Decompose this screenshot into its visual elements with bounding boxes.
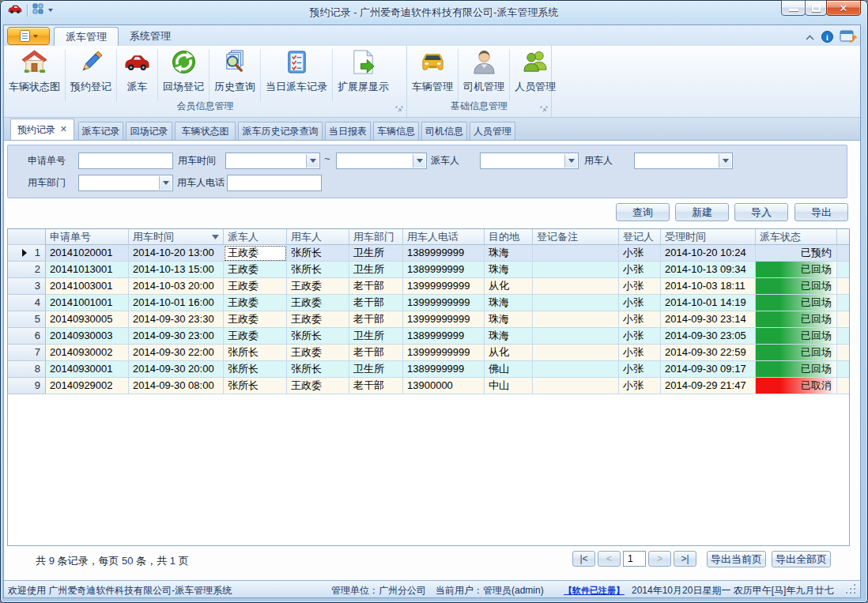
column-header-用车时间[interactable]: 用车时间 <box>129 229 224 245</box>
cell-用车部门[interactable]: 老干部 <box>349 295 403 311</box>
cell-受理时间[interactable]: 2014-10-20 10:24 <box>661 245 756 262</box>
collapse-ribbon-icon[interactable] <box>805 32 815 43</box>
cell-用车时间[interactable]: 2014-10-03 20:00 <box>129 278 224 295</box>
cell-用车人[interactable]: 张所长 <box>287 328 349 345</box>
doc-tab-当日报表[interactable]: 当日报表 <box>325 122 371 140</box>
cell-登记人[interactable]: 小张 <box>619 245 661 262</box>
cell-登记备注[interactable] <box>533 311 619 328</box>
doc-tab-车辆状态图[interactable]: 车辆状态图 <box>175 122 236 140</box>
cell-用车部门[interactable]: 老干部 <box>349 311 403 328</box>
row-header[interactable]: 4 <box>8 295 46 311</box>
cell-用车时间[interactable]: 2014-09-30 22:00 <box>129 345 224 361</box>
cell-登记人[interactable]: 小张 <box>619 262 661 278</box>
grid-row-4[interactable]: 4201410010012014-10-01 16:00王政委王政委老干部139… <box>8 295 849 311</box>
row-header[interactable]: 6 <box>8 328 46 345</box>
cell-用车人[interactable]: 王政委 <box>287 311 349 328</box>
cell-申请单号[interactable]: 20140930002 <box>46 345 129 361</box>
grid-row-5[interactable]: 5201409300052014-09-30 23:30王政委王政委老干部139… <box>8 311 849 328</box>
cell-登记备注[interactable] <box>533 378 619 394</box>
close-button[interactable]: ✕ <box>826 0 861 16</box>
cell-登记备注[interactable] <box>533 295 619 311</box>
cell-申请单号[interactable]: 20140930005 <box>46 311 129 328</box>
cell-登记备注[interactable] <box>533 278 619 295</box>
cell-用车部门[interactable]: 卫生所 <box>349 328 403 345</box>
cell-用车人电话[interactable]: 1389999999 <box>403 361 485 378</box>
cell-用车人[interactable]: 王政委 <box>287 278 349 295</box>
ribbon-item-车辆管理[interactable]: 车辆管理 <box>407 49 459 101</box>
ribbon-item-人员管理[interactable]: 人员管理 <box>510 49 560 101</box>
statusbar-register-link[interactable]: 【软件已注册】 <box>564 585 625 597</box>
group-dialog-launcher-icon[interactable] <box>540 104 548 112</box>
cell-申请单号[interactable]: 20140929002 <box>46 378 129 394</box>
cell-派车人[interactable]: 张所长 <box>224 378 287 394</box>
grid-row-6[interactable]: 6201409300032014-09-30 23:00王政委张所长卫生所138… <box>8 328 849 345</box>
cell-用车人[interactable]: 张所长 <box>287 361 349 378</box>
cell-登记人[interactable]: 小张 <box>619 278 661 295</box>
cell-用车部门[interactable]: 老干部 <box>349 278 403 295</box>
cell-登记备注[interactable] <box>533 262 619 278</box>
filter-dropdown-icon[interactable] <box>210 232 221 242</box>
column-header-登记人[interactable]: 登记人 <box>619 229 661 245</box>
use-time-to-select[interactable] <box>336 153 427 169</box>
resize-grip[interactable] <box>846 584 857 595</box>
cell-受理时间[interactable]: 2014-09-30 23:14 <box>661 311 756 328</box>
row-header[interactable]: 1 <box>8 245 46 262</box>
doc-tab-派车历史记录查询[interactable]: 派车历史记录查询 <box>238 122 323 140</box>
cell-目的地[interactable]: 从化 <box>485 278 533 295</box>
restore-button[interactable] <box>805 0 827 16</box>
import-button[interactable]: 导入 <box>734 203 788 221</box>
row-header[interactable]: 2 <box>8 262 46 278</box>
ribbon-item-历史查询[interactable]: 历史查询 <box>209 49 261 101</box>
grid-row-1[interactable]: 1201410200012014-10-20 13:00王政委张所长卫生所138… <box>8 245 849 262</box>
ribbon-item-车辆状态图[interactable]: 车辆状态图 <box>4 49 66 101</box>
cell-用车部门[interactable]: 老干部 <box>349 378 403 394</box>
ribbon-item-预约登记[interactable]: 预约登记 <box>66 49 117 101</box>
dropdown-button-icon[interactable] <box>159 176 172 190</box>
cell-申请单号[interactable]: 20141013001 <box>46 262 129 278</box>
export-all-pages-button[interactable]: 导出全部页 <box>772 551 831 567</box>
cell-申请单号[interactable]: 20141003001 <box>46 278 129 295</box>
dispatcher-select[interactable] <box>480 153 579 169</box>
cell-受理时间[interactable]: 2014-09-30 09:17 <box>661 361 756 378</box>
column-header-用车人电话[interactable]: 用车人电话 <box>403 229 485 245</box>
export-button[interactable]: 导出 <box>794 203 848 221</box>
column-header-目的地[interactable]: 目的地 <box>485 229 533 245</box>
column-header-用车人[interactable]: 用车人 <box>287 229 349 245</box>
cell-用车人[interactable]: 王政委 <box>287 378 349 394</box>
cell-派车人[interactable]: 王政委 <box>224 262 287 278</box>
cell-目的地[interactable]: 珠海 <box>485 328 533 345</box>
group-dialog-launcher-icon[interactable] <box>395 104 403 112</box>
cell-受理时间[interactable]: 2014-09-29 21:47 <box>661 378 756 394</box>
cell-用车部门[interactable]: 老干部 <box>349 345 403 361</box>
cell-派车状态[interactable]: 已回场 <box>756 295 837 311</box>
cell-用车人电话[interactable]: 13999999999 <box>403 311 485 328</box>
grid-row-8[interactable]: 8201409300012014-09-30 20:00张所长张所长卫生所138… <box>8 361 849 378</box>
grid-row-3[interactable]: 3201410030012014-10-03 20:00王政委王政委老干部139… <box>8 278 849 295</box>
ribbon-tab-dispatch[interactable]: 派车管理 <box>54 27 119 46</box>
cell-受理时间[interactable]: 2014-09-30 22:59 <box>661 345 756 361</box>
column-header-申请单号[interactable]: 申请单号 <box>46 229 129 245</box>
export-current-page-button[interactable]: 导出当前页 <box>707 551 766 567</box>
dropdown-button-icon[interactable] <box>413 154 425 168</box>
column-header-登记备注[interactable]: 登记备注 <box>533 229 619 245</box>
cell-受理时间[interactable]: 2014-10-03 18:11 <box>661 278 756 295</box>
switch-window-icon[interactable] <box>840 29 857 46</box>
department-select[interactable] <box>78 175 173 191</box>
cell-登记人[interactable]: 小张 <box>619 311 661 328</box>
column-header-受理时间[interactable]: 受理时间 <box>661 229 756 245</box>
info-icon[interactable]: i <box>821 31 833 45</box>
application-menu-button[interactable] <box>7 27 50 45</box>
cell-目的地[interactable]: 珠海 <box>485 311 533 328</box>
tab-close-icon[interactable]: ✕ <box>60 124 67 134</box>
column-header-派车状态[interactable]: 派车状态 <box>756 229 837 245</box>
column-header-派车人[interactable]: 派车人 <box>224 229 287 245</box>
cell-申请单号[interactable]: 20141001001 <box>46 295 129 311</box>
cell-派车人[interactable]: 王政委 <box>224 328 287 345</box>
cell-用车部门[interactable]: 卫生所 <box>349 245 403 262</box>
cell-登记人[interactable]: 小张 <box>619 361 661 378</box>
dropdown-button-icon[interactable] <box>306 154 319 168</box>
cell-派车状态[interactable]: 已回场 <box>756 361 837 378</box>
use-time-from-select[interactable] <box>225 153 320 169</box>
cell-派车人[interactable]: 王政委 <box>224 245 287 262</box>
page-number-input[interactable]: 1 <box>623 551 646 567</box>
